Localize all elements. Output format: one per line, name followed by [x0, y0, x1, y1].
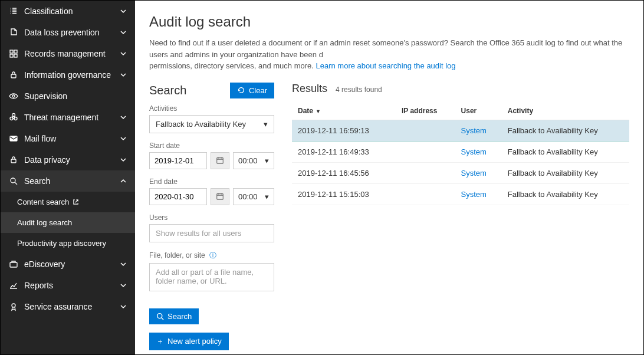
search-button[interactable]: Search	[149, 308, 199, 324]
sidebar-item-classification[interactable]: Classification	[1, 1, 135, 22]
cell-date: 2019-12-11 16:59:13	[292, 120, 396, 141]
svg-rect-3	[14, 54, 17, 57]
table-row[interactable]: 2019-12-11 16:59:13SystemFallback to Ava…	[292, 120, 629, 141]
cell-user: System	[455, 183, 502, 205]
svg-rect-2	[10, 54, 13, 57]
table-row[interactable]: 2019-12-11 15:15:03SystemFallback to Ava…	[292, 183, 629, 205]
ediscovery-icon	[9, 259, 18, 269]
col-user[interactable]: User	[455, 102, 502, 120]
file-input[interactable]	[149, 263, 274, 291]
caret-down-icon: ▾	[264, 120, 268, 129]
caret-down-icon: ▾	[265, 156, 269, 165]
new-alert-policy-button[interactable]: ＋ New alert policy	[149, 333, 229, 350]
page-title: Audit log search	[149, 14, 629, 30]
sidebar-item-records-management[interactable]: Records management	[1, 43, 135, 64]
sidebar-item-service-assurance[interactable]: Service assurance	[1, 296, 135, 317]
sidebar-item-data-loss-prevention[interactable]: Data loss prevention	[1, 22, 135, 43]
sidebar-item-label: Reports	[24, 281, 53, 290]
start-date-label: Start date	[149, 142, 274, 150]
col-activity[interactable]: Activity	[502, 102, 629, 120]
cell-user: System	[455, 162, 502, 183]
col-ip[interactable]: IP address	[396, 102, 455, 120]
cell-activity: Fallback to Availability Key	[502, 183, 629, 205]
svg-rect-4	[11, 74, 16, 78]
info-icon[interactable]: ⓘ	[209, 251, 216, 259]
sidebar: ClassificationData loss preventionRecord…	[1, 1, 135, 354]
sidebar-item-label: Information governance	[24, 70, 111, 80]
table-row[interactable]: 2019-12-11 16:49:33SystemFallback to Ava…	[292, 141, 629, 162]
cell-ip	[396, 183, 455, 205]
svg-point-9	[14, 117, 17, 120]
table-row[interactable]: 2019-12-11 16:45:56SystemFallback to Ava…	[292, 162, 629, 183]
learn-more-link[interactable]: Learn more about searching the audit log	[316, 61, 455, 70]
search-icon	[156, 313, 164, 320]
chevron-down-icon	[120, 261, 127, 268]
end-time-select[interactable]: 00:00 ▾	[233, 188, 274, 205]
end-date-calendar-button[interactable]	[211, 188, 229, 205]
chevron-down-icon	[120, 71, 127, 78]
results-panel: Results 4 results found Date▼ IP address…	[292, 83, 629, 355]
sidebar-subitem-audit-log-search[interactable]: Audit log search	[1, 212, 135, 233]
cell-user: System	[455, 120, 502, 141]
cell-activity: Fallback to Availability Key	[502, 120, 629, 141]
user-link[interactable]: System	[461, 169, 487, 178]
svg-rect-11	[11, 159, 16, 163]
user-link[interactable]: System	[461, 126, 487, 135]
cell-user: System	[455, 141, 502, 162]
file-label: File, folder, or site ⓘ	[149, 251, 274, 261]
cell-activity: Fallback to Availability Key	[502, 162, 629, 183]
cell-date: 2019-12-11 16:49:33	[292, 141, 396, 162]
users-label: Users	[149, 213, 274, 222]
sidebar-subitem-productivity-app-discovery[interactable]: Productivity app discovery	[1, 233, 135, 254]
records-icon	[9, 49, 18, 58]
results-count: 4 results found	[336, 86, 382, 94]
cell-date: 2019-12-11 16:45:56	[292, 162, 396, 183]
search-icon	[9, 176, 18, 186]
svg-rect-0	[10, 50, 13, 53]
svg-point-8	[10, 117, 13, 120]
activities-label: Activities	[149, 104, 274, 113]
chevron-down-icon	[120, 8, 127, 15]
results-table: Date▼ IP address User Activity 2019-12-1…	[292, 102, 629, 205]
end-date-input[interactable]	[149, 188, 207, 205]
sidebar-item-label: Search	[24, 176, 50, 186]
results-title: Results	[292, 83, 327, 95]
user-link[interactable]: System	[461, 147, 487, 156]
undo-icon	[237, 86, 245, 94]
start-date-calendar-button[interactable]	[211, 152, 229, 169]
sidebar-item-reports[interactable]: Reports	[1, 275, 135, 296]
clear-button[interactable]: Clear	[230, 83, 274, 98]
sidebar-item-data-privacy[interactable]: Data privacy	[1, 149, 135, 170]
sidebar-item-label: Data loss prevention	[24, 28, 100, 37]
sidebar-item-supervision[interactable]: Supervision	[1, 86, 135, 107]
activities-dropdown[interactable]: Fallback to Availability Key ▾	[149, 115, 274, 133]
users-input[interactable]	[149, 224, 274, 242]
sidebar-item-ediscovery[interactable]: eDiscovery	[1, 254, 135, 275]
svg-rect-15	[217, 158, 224, 164]
col-date[interactable]: Date▼	[292, 102, 396, 120]
chevron-down-icon	[120, 282, 127, 289]
sidebar-item-label: Content search	[17, 198, 69, 206]
sidebar-item-mail-flow[interactable]: Mail flow	[1, 128, 135, 149]
start-date-input[interactable]	[149, 152, 207, 169]
svg-rect-13	[10, 262, 17, 267]
eye-icon	[9, 91, 18, 101]
sidebar-item-search[interactable]: Search	[1, 170, 135, 192]
sidebar-item-label: Mail flow	[24, 134, 56, 143]
sidebar-item-label: Productivity app discovery	[17, 239, 106, 248]
sidebar-item-label: Classification	[24, 6, 73, 16]
svg-point-12	[11, 178, 15, 183]
sidebar-item-threat-management[interactable]: Threat management	[1, 107, 135, 128]
cell-ip	[396, 162, 455, 183]
sidebar-item-information-governance[interactable]: Information governance	[1, 64, 135, 86]
sort-desc-icon: ▼	[316, 109, 321, 114]
svg-point-17	[157, 313, 162, 318]
lock-icon	[9, 155, 18, 165]
shield-doc-icon	[9, 28, 18, 37]
sidebar-subitem-content-search[interactable]: Content search	[1, 192, 135, 212]
start-time-select[interactable]: 00:00 ▾	[233, 152, 274, 169]
external-link-icon	[73, 199, 79, 205]
plus-icon: ＋	[156, 336, 164, 347]
user-link[interactable]: System	[461, 190, 487, 199]
ribbon-icon	[9, 302, 18, 311]
